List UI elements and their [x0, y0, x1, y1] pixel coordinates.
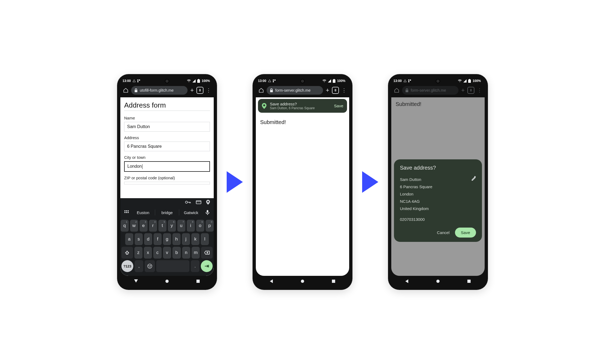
lock-icon [405, 88, 409, 92]
suggestion-2[interactable]: bridge [155, 208, 179, 217]
key-y[interactable]: y6 [168, 220, 176, 232]
omnibox[interactable]: form-server.glitch.me [402, 86, 458, 95]
url-text: form-server.glitch.me [275, 88, 311, 92]
key-v[interactable]: v [163, 247, 171, 259]
key-r[interactable]: r4 [149, 220, 157, 232]
new-tab-button[interactable]: + [190, 87, 194, 94]
key-w[interactable]: w2 [130, 220, 138, 232]
wifi-icon [322, 79, 326, 83]
menu-icon[interactable]: ⋮ [206, 88, 211, 93]
tab-switcher[interactable]: 8 [196, 87, 203, 94]
key-c[interactable]: c [153, 247, 161, 259]
svg-point-19 [165, 280, 169, 283]
nav-recents-icon[interactable] [332, 279, 335, 283]
text-cursor [142, 164, 142, 169]
key-u[interactable]: u7 [177, 220, 185, 232]
zip-input[interactable] [124, 182, 210, 184]
name-input[interactable]: Sam Dutton [124, 122, 210, 132]
nav-back-icon[interactable] [270, 279, 273, 283]
omnibox[interactable]: utofill-form.glitch.me [131, 86, 188, 95]
widget-icon [408, 80, 411, 82]
location-icon[interactable] [206, 200, 210, 205]
submitted-heading: Submitted! [391, 97, 485, 111]
enter-key[interactable] [201, 260, 213, 272]
key-q[interactable]: q1 [121, 220, 129, 232]
key-h[interactable]: h [172, 233, 181, 245]
suggestion-1[interactable]: Euston [131, 208, 155, 217]
key-b[interactable]: b [172, 247, 181, 259]
phone-number: 02070313000 [400, 217, 476, 222]
password-icon[interactable] [185, 200, 191, 205]
save-address-dialog: Save address? Sam Dutton6 Pancras Square… [394, 159, 482, 242]
svg-rect-1 [139, 80, 140, 81]
suggestion-3[interactable]: Gatwick [179, 208, 203, 217]
webpage: Address form Name Sam Dutton Address 6 P… [120, 97, 214, 198]
key-j[interactable]: j [182, 233, 190, 245]
key-x[interactable]: x [144, 247, 152, 259]
key-f[interactable]: f [154, 233, 162, 245]
emoji-key[interactable] [145, 260, 155, 272]
key-o[interactable]: o9 [196, 220, 204, 232]
key-a[interactable]: a [125, 233, 133, 245]
edit-icon[interactable] [471, 176, 476, 181]
cancel-button[interactable]: Cancel [437, 230, 450, 235]
tab-switcher[interactable]: 8 [332, 87, 339, 94]
suggestion-bar: Euston bridge Gatwick [120, 206, 214, 219]
signal-icon [463, 79, 467, 83]
key-g[interactable]: g [163, 233, 171, 245]
key-s[interactable]: s [135, 233, 143, 245]
key-t[interactable]: t5 [158, 220, 166, 232]
backspace-key[interactable] [201, 247, 213, 259]
svg-rect-29 [408, 80, 409, 81]
name-label: Name [124, 116, 210, 120]
shift-key[interactable] [121, 247, 133, 259]
nav-recents-icon[interactable] [467, 279, 471, 283]
nav-home-icon[interactable] [165, 279, 169, 283]
omnibox[interactable]: form-server.glitch.me [267, 86, 323, 95]
home-icon[interactable] [259, 88, 264, 93]
nav-back-icon[interactable] [405, 279, 409, 283]
svg-point-16 [148, 264, 152, 268]
save-button[interactable]: Save [455, 228, 476, 238]
address-input[interactable]: 6 Pancras Square [124, 142, 210, 151]
svg-rect-33 [468, 80, 471, 83]
dialog-title: Save address? [400, 165, 476, 171]
nav-home-icon[interactable] [301, 279, 304, 283]
menu-icon[interactable]: ⋮ [477, 88, 482, 93]
new-tab-button[interactable]: + [326, 87, 329, 94]
key-l[interactable]: l [201, 233, 209, 245]
menu-icon[interactable]: ⋮ [342, 88, 346, 93]
key-k[interactable]: k [191, 233, 199, 245]
new-tab-button[interactable]: + [461, 87, 465, 94]
nav-recents-icon[interactable] [196, 279, 200, 283]
key-p[interactable]: p0 [206, 220, 214, 232]
period-key[interactable]: . [191, 260, 199, 272]
home-icon[interactable] [394, 88, 399, 93]
battery-percent: 100% [473, 79, 481, 83]
payment-icon[interactable] [196, 200, 201, 205]
svg-rect-2 [137, 81, 138, 82]
space-key[interactable] [156, 260, 189, 272]
save-address-banner[interactable]: Save address? Sam Dutton, 6 Pancras Squa… [258, 99, 347, 113]
browser-toolbar: form-server.glitch.me + 8 ⋮ [256, 84, 349, 97]
key-z[interactable]: z [134, 247, 142, 259]
apps-icon[interactable] [122, 208, 131, 217]
home-icon[interactable] [123, 88, 128, 93]
city-input[interactable]: London [124, 161, 210, 172]
nav-back-icon[interactable] [134, 279, 138, 283]
svg-rect-31 [408, 81, 409, 82]
comma-key[interactable]: , [135, 260, 143, 272]
tab-switcher[interactable]: 8 [467, 87, 474, 94]
key-m[interactable]: m [192, 247, 200, 259]
battery-icon [468, 79, 471, 83]
nav-home-icon[interactable] [436, 279, 440, 283]
mic-icon[interactable] [203, 208, 212, 217]
pin-icon [262, 103, 267, 109]
key-i[interactable]: i8 [187, 220, 195, 232]
key-n[interactable]: n [182, 247, 190, 259]
key-e[interactable]: e3 [140, 220, 148, 232]
banner-save-button[interactable]: Save [334, 104, 343, 108]
key-d[interactable]: d [144, 233, 152, 245]
numeric-key[interactable]: ?123 [121, 260, 133, 272]
notification-icon [403, 79, 407, 83]
